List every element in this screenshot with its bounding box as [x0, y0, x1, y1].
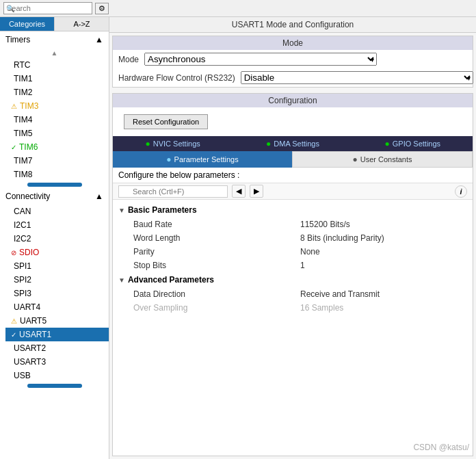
tab-user-constants[interactable]: ● User Constants	[292, 151, 473, 168]
params-search-input[interactable]	[118, 185, 228, 198]
toolbar-next-button[interactable]: ▶	[250, 185, 263, 198]
sidebar-item-tim2[interactable]: TIM2	[5, 86, 109, 99]
connectivity-label: Connectivity	[5, 192, 50, 201]
timers-collapse-icon: ▲	[95, 35, 103, 44]
mode-form-row: Mode Asynchronous	[113, 50, 473, 68]
reset-btn-area: Reset Configuration	[113, 107, 473, 136]
timers-scroll-up[interactable]: ▲	[0, 48, 109, 58]
user-const-check-icon: ●	[352, 155, 357, 164]
timers-scrollbar-thumb[interactable]	[27, 183, 82, 187]
sidebar: Categories A->Z Timers ▲ ▲ RTC TIM1 TIM2…	[0, 17, 109, 459]
config-section: Configuration Reset Configuration ● NVIC…	[112, 93, 473, 456]
sidebar-item-tim8[interactable]: TIM8	[5, 168, 109, 181]
sidebar-item-rtc[interactable]: RTC	[5, 58, 109, 72]
baud-rate-name: Baud Rate	[133, 220, 300, 229]
word-length-name: Word Length	[133, 233, 300, 243]
connectivity-scrollbar-thumb[interactable]	[27, 384, 82, 388]
stop-bits-name: Stop Bits	[133, 261, 300, 270]
sidebar-item-spi1[interactable]: SPI1	[5, 259, 109, 273]
params-toolbar: ◀ ▶ i	[113, 183, 473, 200]
advanced-collapse-icon: ▼	[118, 276, 125, 284]
mode-section-header: Mode	[113, 36, 473, 50]
tab-categories[interactable]: Categories	[0, 17, 55, 31]
mode-select[interactable]: Asynchronous	[144, 53, 377, 66]
usart1-check-icon: ✓	[11, 331, 16, 339]
sidebar-item-usart1[interactable]: ✓USART1	[5, 328, 109, 341]
uart5-warning-icon: ⚠	[11, 317, 17, 325]
tab-dma-settings[interactable]: ● DMA Settings	[233, 136, 352, 151]
hwflow-form-row: Hardware Flow Control (RS232) Disable	[113, 68, 473, 87]
advanced-params-label: Advanced Parameters	[128, 275, 214, 285]
connectivity-items: CAN I2C1 I2C2 ⊘SDIO SPI1 SPI2 SPI3 UART4…	[0, 205, 109, 382]
search-wrapper	[3, 2, 92, 14]
top-bar: ⚙	[0, 0, 476, 17]
param-row-word-length: Word Length 8 Bits (including Parity)	[113, 231, 473, 245]
timers-label: Timers	[5, 35, 30, 44]
mode-section: Mode Mode Asynchronous Hardware Flow Con…	[112, 36, 473, 88]
timers-scroll-area	[0, 181, 109, 188]
gpio-settings-label: GPIO Settings	[393, 140, 440, 148]
configure-text: Configure the below parameters :	[113, 168, 473, 183]
nvic-check-icon: ●	[145, 139, 150, 148]
mode-label: Mode	[118, 55, 139, 64]
search-input[interactable]	[3, 2, 92, 14]
gear-button[interactable]: ⚙	[95, 3, 109, 14]
connectivity-section-header[interactable]: Connectivity ▲	[0, 188, 109, 205]
sidebar-item-uart5[interactable]: ⚠UART5	[5, 314, 109, 328]
sidebar-item-spi3[interactable]: SPI3	[5, 287, 109, 300]
sidebar-item-tim6[interactable]: ✓TIM6	[5, 140, 109, 154]
sidebar-tabs: Categories A->Z	[0, 17, 109, 31]
right-content: USART1 Mode and Configuration Mode Mode …	[109, 17, 476, 459]
mode-select-wrapper: Asynchronous	[144, 53, 377, 66]
reset-configuration-button[interactable]: Reset Configuration	[124, 114, 208, 129]
toolbar-info-button[interactable]: i	[455, 185, 467, 198]
sidebar-item-spi2[interactable]: SPI2	[5, 273, 109, 287]
tim3-warning-icon: ⚠	[11, 103, 17, 110]
sidebar-item-uart4[interactable]: UART4	[5, 300, 109, 314]
user-constants-label: User Constants	[360, 155, 412, 163]
nvic-settings-label: NVIC Settings	[153, 140, 200, 148]
sidebar-item-tim7[interactable]: TIM7	[5, 154, 109, 168]
data-direction-value: Receive and Transmit	[300, 289, 467, 299]
sidebar-item-tim3[interactable]: ⚠TIM3	[5, 99, 109, 113]
param-row-over-sampling: Over Sampling 16 Samples	[113, 301, 473, 315]
sidebar-item-tim1[interactable]: TIM1	[5, 72, 109, 86]
tab-atoz[interactable]: A->Z	[55, 17, 109, 31]
stop-bits-value: 1	[300, 261, 467, 270]
parity-name: Parity	[133, 247, 300, 257]
hwflow-select[interactable]: Disable	[241, 71, 473, 84]
param-check-icon: ●	[166, 155, 171, 164]
over-sampling-name: Over Sampling	[133, 303, 300, 313]
sidebar-item-tim4[interactable]: TIM4	[5, 113, 109, 127]
tab-gpio-settings[interactable]: ● GPIO Settings	[353, 136, 473, 151]
parity-value: None	[300, 247, 467, 257]
over-sampling-value: 16 Samples	[300, 303, 467, 313]
config-tabs-row2: ● Parameter Settings ● User Constants	[113, 151, 473, 168]
tim6-check-icon: ✓	[11, 144, 16, 151]
tab-parameter-settings[interactable]: ● Parameter Settings	[113, 151, 292, 168]
toolbar-prev-button[interactable]: ◀	[232, 185, 246, 198]
sidebar-item-usart2[interactable]: USART2	[5, 341, 109, 355]
connectivity-scroll-area	[0, 382, 109, 389]
tab-nvic-settings[interactable]: ● NVIC Settings	[113, 136, 233, 151]
sidebar-item-i2c2[interactable]: I2C2	[5, 232, 109, 246]
sidebar-item-sdio[interactable]: ⊘SDIO	[5, 246, 109, 259]
timers-section-header[interactable]: Timers ▲	[0, 31, 109, 48]
param-row-data-direction: Data Direction Receive and Transmit	[113, 287, 473, 301]
page-title: USART1 Mode and Configuration	[109, 17, 476, 33]
hwflow-select-wrapper: Disable	[241, 71, 473, 84]
sidebar-item-usart3[interactable]: USART3	[5, 355, 109, 369]
basic-params-label: Basic Parameters	[128, 205, 197, 215]
param-row-baud-rate: Baud Rate 115200 Bits/s	[113, 218, 473, 231]
config-section-header: Configuration	[113, 94, 473, 107]
sidebar-item-can[interactable]: CAN	[5, 205, 109, 218]
advanced-params-header[interactable]: ▼ Advanced Parameters	[113, 272, 473, 287]
sidebar-item-i2c1[interactable]: I2C1	[5, 218, 109, 232]
connectivity-collapse-icon: ▲	[95, 192, 103, 201]
sidebar-item-tim5[interactable]: TIM5	[5, 127, 109, 140]
sidebar-item-usb[interactable]: USB	[5, 369, 109, 382]
dma-check-icon: ●	[266, 139, 271, 148]
baud-rate-value: 115200 Bits/s	[300, 220, 467, 229]
basic-params-header[interactable]: ▼ Basic Parameters	[113, 202, 473, 218]
main-layout: Categories A->Z Timers ▲ ▲ RTC TIM1 TIM2…	[0, 17, 476, 459]
